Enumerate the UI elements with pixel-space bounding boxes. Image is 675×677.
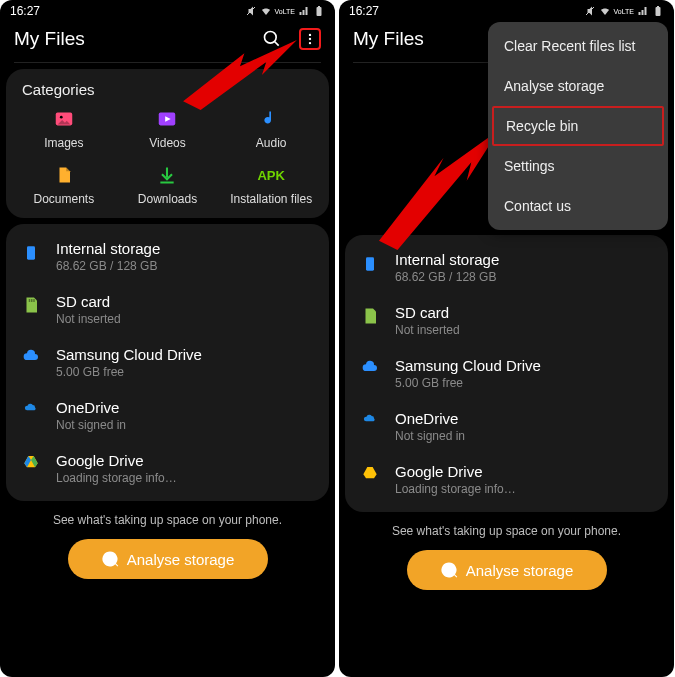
storage-title: SD card (395, 304, 460, 321)
storage-sub: 68.62 GB / 128 GB (56, 259, 160, 273)
menu-contact-us[interactable]: Contact us (488, 186, 668, 226)
gdrive-icon (359, 463, 381, 481)
page-title: My Files (353, 28, 424, 50)
apk-icon: APK (260, 164, 282, 186)
storage-sub: 5.00 GB free (395, 376, 541, 390)
download-icon (156, 164, 178, 186)
category-videos[interactable]: Videos (116, 108, 220, 150)
document-icon (53, 164, 75, 186)
analyse-label: Analyse storage (127, 551, 235, 568)
screenshot-right: 16:27 VoLTE My Files Internal storage68.… (339, 0, 674, 677)
lte-icon: VoLTE (614, 8, 635, 15)
status-time: 16:27 (10, 4, 40, 18)
status-bar: 16:27 VoLTE (339, 0, 674, 20)
app-bar: My Files (0, 20, 335, 56)
svg-rect-21 (656, 7, 661, 16)
storage-card: Internal storage68.62 GB / 128 GB SD car… (345, 235, 668, 512)
svg-point-7 (309, 42, 311, 44)
page-title: My Files (14, 28, 85, 50)
mute-icon (584, 5, 596, 17)
footer-hint: See what's taking up space on your phone… (339, 524, 674, 538)
storage-title: Internal storage (56, 240, 160, 257)
category-images[interactable]: Images (12, 108, 116, 150)
analyse-icon (101, 550, 119, 568)
overflow-menu: Clear Recent files list Analyse storage … (488, 22, 668, 230)
menu-recycle-bin[interactable]: Recycle bin (492, 106, 664, 146)
sdcard-icon (359, 304, 381, 326)
svg-point-3 (265, 32, 277, 44)
svg-rect-14 (31, 299, 33, 302)
storage-title: SD card (56, 293, 121, 310)
svg-line-20 (586, 7, 594, 15)
search-button[interactable] (261, 28, 283, 50)
analyse-icon (440, 561, 458, 579)
categories-title: Categories (12, 79, 323, 108)
storage-sub: Not inserted (56, 312, 121, 326)
storage-title: Google Drive (56, 452, 177, 469)
storage-sub: Not inserted (395, 323, 460, 337)
phone-icon (359, 251, 381, 275)
battery-icon (652, 5, 664, 17)
analyse-storage-button[interactable]: Analyse storage (407, 550, 607, 590)
storage-title: OneDrive (395, 410, 465, 427)
status-bar: 16:27 VoLTE (0, 0, 335, 20)
video-icon (156, 108, 178, 130)
storage-title: Internal storage (395, 251, 499, 268)
audio-icon (260, 108, 282, 130)
phone-icon (20, 240, 42, 264)
svg-rect-12 (27, 246, 35, 259)
wifi-icon (599, 5, 611, 17)
more-vert-icon (303, 31, 317, 47)
more-button[interactable] (299, 28, 321, 50)
storage-sub: Loading storage info… (395, 482, 516, 496)
cloud-icon (20, 346, 42, 364)
svg-point-5 (309, 34, 311, 36)
status-icons: VoLTE (584, 5, 665, 17)
menu-clear-recent[interactable]: Clear Recent files list (488, 26, 668, 66)
storage-google-drive[interactable]: Google DriveLoading storage info… (12, 442, 323, 495)
mute-icon (245, 5, 257, 17)
category-label: Downloads (138, 192, 197, 206)
storage-sdcard[interactable]: SD cardNot inserted (12, 283, 323, 336)
gdrive-icon (20, 452, 42, 470)
category-label: Documents (33, 192, 94, 206)
svg-rect-15 (33, 299, 35, 302)
category-label: Audio (256, 136, 287, 150)
divider (14, 62, 321, 63)
svg-marker-25 (379, 130, 499, 250)
svg-rect-2 (318, 6, 320, 8)
storage-samsung-cloud[interactable]: Samsung Cloud Drive5.00 GB free (351, 347, 662, 400)
storage-google-drive[interactable]: Google DriveLoading storage info… (351, 453, 662, 506)
menu-analyse-storage[interactable]: Analyse storage (488, 66, 668, 106)
storage-onedrive[interactable]: OneDriveNot signed in (351, 400, 662, 453)
storage-title: Samsung Cloud Drive (56, 346, 202, 363)
svg-rect-22 (657, 6, 659, 8)
storage-sub: Loading storage info… (56, 471, 177, 485)
onedrive-icon (20, 399, 42, 415)
category-documents[interactable]: Documents (12, 164, 116, 206)
category-label: Videos (149, 136, 185, 150)
storage-sdcard[interactable]: SD cardNot inserted (351, 294, 662, 347)
storage-title: Google Drive (395, 463, 516, 480)
battery-icon (313, 5, 325, 17)
storage-samsung-cloud[interactable]: Samsung Cloud Drive5.00 GB free (12, 336, 323, 389)
storage-internal[interactable]: Internal storage68.62 GB / 128 GB (12, 230, 323, 283)
category-label: Installation files (230, 192, 312, 206)
storage-sub: 68.62 GB / 128 GB (395, 270, 499, 284)
category-audio[interactable]: Audio (219, 108, 323, 150)
storage-sub: 5.00 GB free (56, 365, 202, 379)
storage-onedrive[interactable]: OneDriveNot signed in (12, 389, 323, 442)
analyse-label: Analyse storage (466, 562, 574, 579)
storage-title: OneDrive (56, 399, 126, 416)
svg-line-4 (275, 42, 279, 46)
menu-settings[interactable]: Settings (488, 146, 668, 186)
storage-sub: Not signed in (395, 429, 465, 443)
category-apk[interactable]: APK Installation files (219, 164, 323, 206)
storage-sub: Not signed in (56, 418, 126, 432)
storage-internal[interactable]: Internal storage68.62 GB / 128 GB (351, 241, 662, 294)
svg-rect-13 (29, 299, 31, 302)
analyse-storage-button[interactable]: Analyse storage (68, 539, 268, 579)
onedrive-icon (359, 410, 381, 426)
category-downloads[interactable]: Downloads (116, 164, 220, 206)
lte-icon: VoLTE (275, 8, 296, 15)
